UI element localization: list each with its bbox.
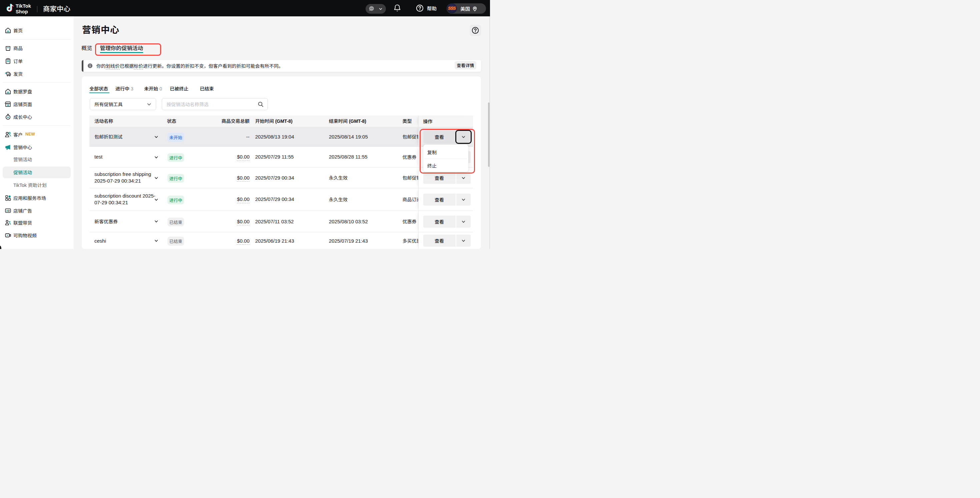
svg-text:AD: AD bbox=[6, 209, 10, 212]
